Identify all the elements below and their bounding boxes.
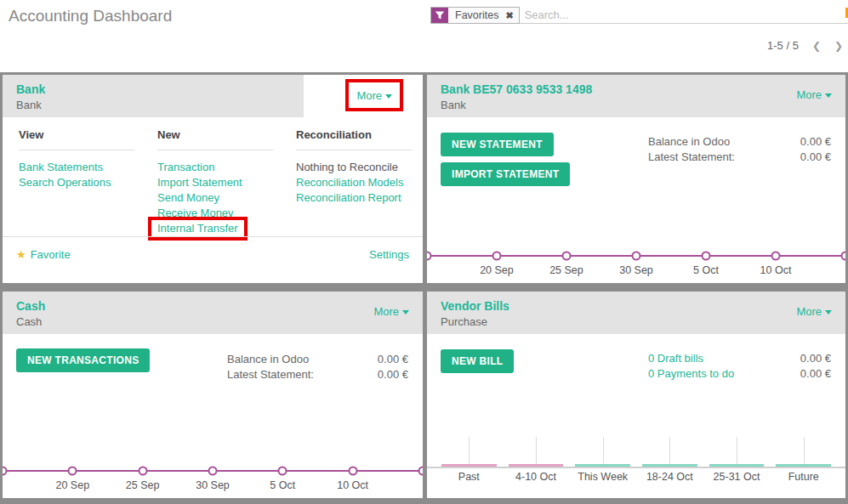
divider <box>296 150 412 150</box>
pager-range: 1-5 / 5 <box>767 39 799 52</box>
facet-label: Favorites <box>448 9 505 21</box>
menu-item-reconciliation-models[interactable]: Reconciliation Models <box>296 175 412 190</box>
sparkline-axis-labels: 20 Sep 25 Sep 30 Sep 5 Oct 10 Oct <box>427 264 845 278</box>
bank-card-header-bg: Bank Bank <box>3 75 304 117</box>
card-subtitle: Bank <box>441 99 832 111</box>
card-header: Vendor Bills Purchase More <box>427 292 845 334</box>
card-header: Bank BE57 0633 9533 1498 Bank More <box>427 75 845 117</box>
bank-card-subtitle: Bank <box>16 99 290 111</box>
divider <box>19 150 134 150</box>
dropdown-column-view: View Bank Statements Search Operations <box>19 117 157 236</box>
sparkline-svg <box>427 247 845 264</box>
filter-funnel-icon <box>431 8 448 23</box>
card-title[interactable]: Bank BE57 0633 9533 1498 <box>441 82 832 96</box>
tick-label: 25-31 Oct <box>703 468 771 483</box>
tick-label: Future <box>770 468 837 483</box>
bank-card-header: Bank Bank More <box>3 75 423 117</box>
more-button[interactable]: More <box>373 305 409 318</box>
tick-label: 10 Oct <box>337 479 368 491</box>
search-input[interactable] <box>520 7 848 24</box>
tick-label: Past <box>435 468 503 483</box>
more-button[interactable]: More <box>796 88 832 101</box>
column-heading: New <box>157 117 296 141</box>
card-vendor-bills: Vendor Bills Purchase More NEW BILL 0 Dr… <box>427 292 845 498</box>
tick-label: 5 Oct <box>693 264 719 276</box>
annotation-box-more: More <box>345 79 403 111</box>
menu-item-send-money[interactable]: Send Money <box>157 190 296 206</box>
more-button[interactable]: More <box>796 305 832 318</box>
bills-bar-chart: Past 4-10 Oct This Week 18-24 Oct 25-31 … <box>427 437 845 483</box>
chevron-down-icon <box>825 310 832 314</box>
balance-row: Balance in Odoo 0.00 € <box>227 352 408 367</box>
facet-remove-icon[interactable]: ✖ <box>505 10 518 21</box>
draft-bills-link[interactable]: 0 Draft bills <box>648 351 703 366</box>
star-icon: ★ <box>16 248 26 261</box>
chevron-down-icon <box>825 93 832 98</box>
menu-item-reconciliation-report[interactable]: Reconciliation Report <box>296 190 412 206</box>
sparkline-svg <box>3 462 423 479</box>
card-header: Cash Cash More <box>3 292 423 334</box>
payments-to-do-link[interactable]: 0 Payments to do <box>648 366 734 382</box>
column-heading: View <box>19 117 157 141</box>
reconcile-status-text: Nothing to Reconcile <box>296 160 412 175</box>
balance-info: Balance in Odoo 0.00 € Latest Statement:… <box>227 352 408 382</box>
chevron-down-icon <box>385 94 392 99</box>
pager-next-icon[interactable]: ❯ <box>834 40 843 52</box>
dropdown-footer: ★Favorite Settings <box>3 236 423 272</box>
bar-past <box>435 437 503 467</box>
tick-label: 25 Sep <box>549 264 583 276</box>
card-cash: Cash Cash More NEW TRANSACTIONS Balance … <box>3 292 423 498</box>
balance-sparkline-chart: 20 Sep 25 Sep 30 Sep 5 Oct 10 Oct <box>427 247 845 278</box>
bar-18-24-oct <box>636 437 703 467</box>
balance-sparkline-chart: 20 Sep 25 Sep 30 Sep 5 Oct 10 Oct <box>3 462 423 493</box>
menu-item-import-statement[interactable]: Import Statement <box>157 175 296 190</box>
dropdown-column-reconciliation: Reconciliation Nothing to Reconcile Reco… <box>296 117 412 236</box>
menu-item-search-operations[interactable]: Search Operations <box>19 175 157 190</box>
bar-4-10-oct <box>503 437 570 467</box>
chevron-down-icon <box>402 310 409 314</box>
menu-item-internal-transfer[interactable]: Internal Transfer <box>157 221 296 236</box>
bank-more-button[interactable]: More <box>356 89 392 102</box>
pager-prev-icon[interactable]: ❮ <box>812 40 821 52</box>
card-title[interactable]: Cash <box>16 299 409 313</box>
import-statement-button[interactable]: IMPORT STATEMENT <box>441 162 570 186</box>
card-subtitle: Purchase <box>441 315 832 328</box>
bank-more-dropdown: View Bank Statements Search Operations N… <box>19 117 414 236</box>
tick-label: 5 Oct <box>270 479 295 491</box>
menu-item-bank-statements[interactable]: Bank Statements <box>19 160 157 175</box>
search-bar[interactable]: Favorites ✖ <box>430 7 848 24</box>
latest-statement-row: Latest Statement: 0.00 € <box>227 367 408 382</box>
tick-label: 10 Oct <box>760 264 792 276</box>
card-actions: NEW STATEMENT IMPORT STATEMENT <box>441 133 570 186</box>
tick-label: 20 Sep <box>480 264 514 276</box>
settings-link[interactable]: Settings <box>369 248 409 261</box>
page-title: Accounting Dashboard <box>9 7 172 25</box>
bank-card-title[interactable]: Bank <box>16 82 290 96</box>
top-header: Accounting Dashboard Favorites ✖ 1-5 / 5… <box>0 0 848 72</box>
latest-statement-row: Latest Statement: 0.00 € <box>648 150 831 165</box>
tick-label: 4-10 Oct <box>503 468 570 483</box>
new-bill-button[interactable]: NEW BILL <box>441 349 514 373</box>
draft-bills-row: 0 Draft bills 0.00 € <box>648 351 831 366</box>
tick-label: 20 Sep <box>55 479 89 491</box>
divider <box>157 150 273 150</box>
bar-chart-plot <box>427 437 845 468</box>
card-bank-be57: Bank BE57 0633 9533 1498 Bank More NEW S… <box>427 75 845 283</box>
bar-25-31-oct <box>703 437 771 467</box>
favorite-toggle[interactable]: ★Favorite <box>16 248 71 261</box>
card-actions: NEW TRANSACTIONS <box>16 348 150 372</box>
bar-this-week <box>569 437 636 467</box>
new-transactions-button[interactable]: NEW TRANSACTIONS <box>16 348 150 372</box>
pager: 1-5 / 5 ❮ ❯ <box>767 39 843 52</box>
favorites-facet[interactable]: Favorites ✖ <box>430 7 520 24</box>
card-bank: Bank Bank More View Bank Statements Sear… <box>3 75 423 283</box>
kanban-dashboard: Bank Bank More View Bank Statements Sear… <box>0 72 848 504</box>
tick-label: 30 Sep <box>619 264 653 276</box>
new-statement-button[interactable]: NEW STATEMENT <box>441 133 554 156</box>
tick-label: 25 Sep <box>126 479 160 491</box>
payments-to-do-row: 0 Payments to do 0.00 € <box>648 366 831 382</box>
card-subtitle: Cash <box>16 315 409 328</box>
card-title[interactable]: Vendor Bills <box>441 299 832 313</box>
menu-item-transaction[interactable]: Transaction <box>157 160 296 175</box>
balance-row: Balance in Odoo 0.00 € <box>648 134 831 150</box>
